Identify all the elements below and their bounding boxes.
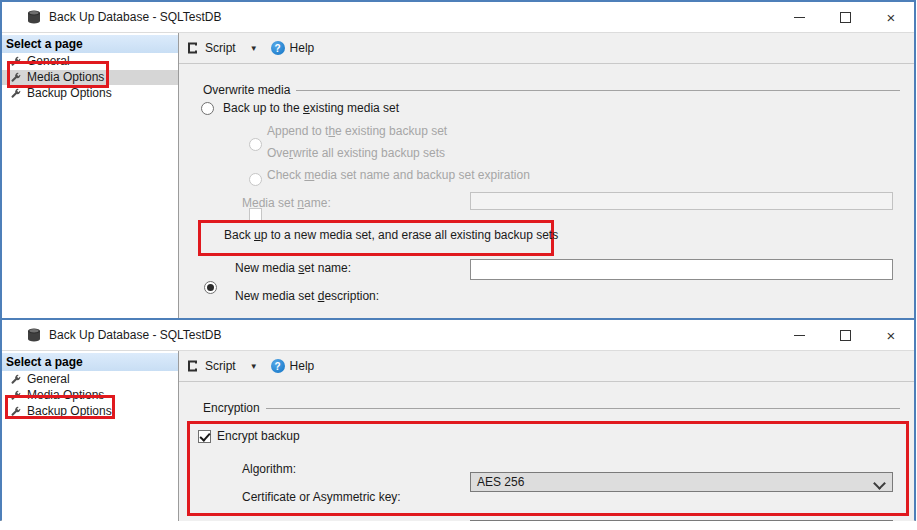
title-bar: Back Up Database - SQLTestDB × (2, 2, 914, 33)
media-set-name-input[interactable] (470, 192, 893, 210)
backup-database-dialog-media-options: Back Up Database - SQLTestDB × Select a … (0, 0, 916, 318)
minimize-button[interactable] (776, 320, 822, 350)
maximize-icon (840, 330, 851, 341)
new-media-set-name-label: New media set name: (235, 262, 351, 275)
maximize-button[interactable] (822, 2, 868, 32)
script-button[interactable]: Script (205, 359, 236, 373)
radio-append-backup-set[interactable] (249, 138, 262, 151)
maximize-icon (840, 12, 851, 23)
page-sidebar: Select a page General Media Options Back… (2, 33, 179, 319)
sidebar-item-media-options[interactable]: Media Options (2, 70, 178, 85)
sidebar-header: Select a page (2, 35, 178, 53)
media-set-name-label: Media set name: (242, 197, 331, 210)
sidebar-item-backup-options[interactable]: Backup Options (2, 404, 178, 419)
sidebar-item-label: Media Options (27, 71, 104, 84)
script-dropdown-arrow[interactable]: ▼ (250, 44, 258, 53)
sidebar-item-label: Backup Options (27, 405, 112, 418)
database-icon (26, 9, 42, 25)
new-media-set-name-input[interactable] (470, 259, 893, 280)
sidebar-item-backup-options[interactable]: Backup Options (2, 86, 178, 101)
group-rule (296, 90, 900, 91)
radio-backup-new-media-set[interactable] (204, 281, 217, 294)
title-bar: Back Up Database - SQLTestDB × (2, 320, 914, 351)
minimize-button[interactable] (776, 2, 822, 32)
overwrite-media-group-header: Overwrite media (203, 84, 900, 96)
algorithm-label: Algorithm: (242, 463, 296, 476)
backup-database-dialog-backup-options: Back Up Database - SQLTestDB × Select a … (0, 318, 916, 521)
sidebar-item-label: Backup Options (27, 87, 112, 100)
script-icon (185, 358, 200, 374)
sidebar-header: Select a page (2, 353, 178, 371)
maximize-button[interactable] (822, 320, 868, 350)
script-dropdown-arrow[interactable]: ▼ (250, 362, 258, 371)
wrench-icon (9, 389, 22, 402)
radio-backup-existing-media-set[interactable] (201, 102, 214, 115)
window-title: Back Up Database - SQLTestDB (49, 10, 222, 24)
algorithm-selected-value: AES 256 (477, 476, 524, 489)
radio-backup-existing-label: Back up to the existing media set (223, 102, 399, 115)
sidebar-item-label: General (27, 373, 70, 386)
close-icon: × (887, 328, 896, 343)
encrypt-backup-label: Encrypt backup (217, 430, 300, 443)
minimize-icon (794, 17, 805, 18)
sidebar-item-general[interactable]: General (2, 54, 178, 69)
sidebar-item-general[interactable]: General (2, 372, 178, 387)
help-icon[interactable]: ? (271, 359, 285, 373)
media-options-pane: Script ▼ ? Help Overwrite media Back up … (179, 33, 914, 319)
help-icon[interactable]: ? (271, 41, 285, 55)
toolbar-separator (179, 63, 914, 64)
new-media-set-description-label: New media set description: (235, 290, 379, 303)
group-rule (266, 408, 900, 409)
close-icon: × (887, 10, 896, 25)
screenshot-root: { "colors": { "annotation_red": "#e0191e… (0, 0, 917, 530)
sidebar-item-label: Media Options (27, 389, 104, 402)
algorithm-dropdown[interactable]: AES 256 (470, 472, 893, 492)
window-controls: × (776, 2, 914, 32)
radio-overwrite-label: Overwrite all existing backup sets (267, 147, 445, 160)
page-sidebar: Select a page General Media Options Back… (2, 351, 179, 521)
dialog-toolbar: Script ▼ ? Help (179, 33, 914, 63)
close-button[interactable]: × (868, 2, 914, 32)
wrench-icon (9, 373, 22, 386)
wrench-icon (9, 405, 22, 418)
check-media-label: Check media set name and backup set expi… (267, 169, 530, 182)
group-title: Overwrite media (203, 84, 290, 97)
dialog-toolbar: Script ▼ ? Help (179, 351, 914, 381)
sidebar-item-label: General (27, 55, 70, 68)
wrench-icon (9, 55, 22, 68)
encryption-group-header: Encryption (203, 402, 900, 414)
radio-overwrite-backup-sets[interactable] (249, 173, 262, 186)
close-button[interactable]: × (868, 320, 914, 350)
chevron-down-icon (873, 477, 886, 490)
minimize-icon (794, 335, 805, 336)
certificate-dropdown[interactable]: MyCertificate (470, 520, 893, 521)
wrench-icon (9, 71, 22, 84)
checkbox-encrypt-backup[interactable] (198, 430, 211, 443)
script-button[interactable]: Script (205, 41, 236, 55)
wrench-icon (9, 87, 22, 100)
window-controls: × (776, 320, 914, 350)
certificate-label: Certificate or Asymmetric key: (242, 491, 401, 504)
database-icon (26, 327, 42, 343)
help-button[interactable]: Help (290, 359, 315, 373)
window-title: Back Up Database - SQLTestDB (49, 328, 222, 342)
script-icon (185, 40, 200, 56)
toolbar-separator (179, 381, 914, 382)
sidebar-item-media-options[interactable]: Media Options (2, 388, 178, 403)
help-button[interactable]: Help (290, 41, 315, 55)
radio-append-label: Append to the existing backup set (267, 125, 447, 138)
radio-backup-new-label: Back up to a new media set, and erase al… (224, 229, 558, 242)
group-title: Encryption (203, 402, 260, 415)
backup-options-pane: Script ▼ ? Help Encryption Encrypt backu… (179, 351, 914, 521)
